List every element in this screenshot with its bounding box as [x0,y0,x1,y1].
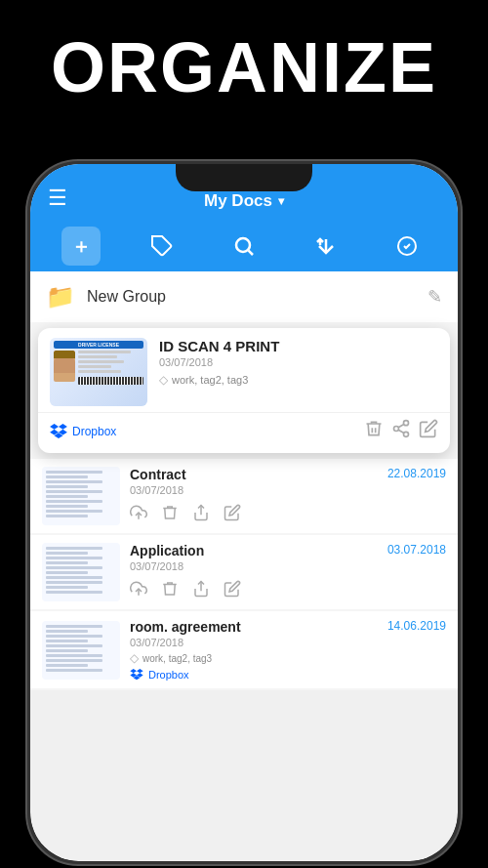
edit-group-icon[interactable]: ✎ [427,286,442,308]
upload-button-application[interactable] [130,580,147,601]
add-document-button[interactable]: ＋ [61,227,101,266]
delete-button-contract[interactable] [161,504,179,525]
tag-icon [150,234,174,258]
document-card-highlighted: DRIVER LICENSE [38,328,450,453]
folder-icon: 📁 [46,283,75,310]
dropbox-label-text: Dropbox [72,425,116,438]
svg-line-10 [398,424,404,427]
upload-button-contract[interactable] [130,504,147,525]
tag-small-icon: ◇ [159,373,168,387]
dropbox-label-room: Dropbox [130,669,446,681]
headline: ORGANIZE [0,27,488,107]
share-button-highlighted[interactable] [391,419,411,443]
pencil-icon [224,504,241,521]
content-area: 📁 New Group ✎ DRIVER LICENSE [30,271,458,690]
new-group-row[interactable]: 📁 New Group ✎ [30,271,458,322]
doc-card-main: DRIVER LICENSE [38,328,450,412]
doc-row-title-application: Application [130,543,204,558]
doc-row-actions-contract [130,504,446,525]
doc-info-highlighted: ID SCAN 4 PRINT 03/07/2018 ◇ work, tag2,… [159,338,438,387]
sort-icon [314,234,338,258]
dropbox-icon-room [130,669,143,681]
share-up-icon [192,580,210,598]
doc-row-header-contract: Contract 22.08.2019 [130,467,446,482]
share-up-icon [192,504,210,521]
doc-row-subdate-room-agreement: 03/07/2018 [130,637,446,648]
svg-line-2 [249,251,253,255]
doc-title-highlighted: ID SCAN 4 PRINT [159,338,438,354]
app-title-text: My Docs [204,191,272,211]
room-agreement-tags-text: work, tag2, tag3 [142,653,212,664]
doc-row-date-right-contract: 22.08.2019 [387,467,446,480]
search-icon [232,234,256,258]
trash-icon [161,504,179,521]
select-button[interactable] [387,227,427,266]
doc-thumbnail-id: DRIVER LICENSE [50,338,147,406]
doc-row-tags-room-agreement: ◇ work, tag2, tag3 [130,651,446,665]
phone-screen: ☰ My Docs ▾ ＋ [30,164,458,861]
doc-thumbnail-contract [42,467,120,525]
doc-tags-text: work, tag2, tag3 [172,374,248,386]
tag-filter-button[interactable] [142,227,182,266]
doc-row-actions-application [130,580,446,601]
doc-row-content-contract: Contract 22.08.2019 03/07/2018 [130,467,446,525]
doc-tags-highlighted: ◇ work, tag2, tag3 [159,373,438,387]
checkmark-circle-icon [395,234,419,258]
doc-row-title-contract: Contract [130,467,186,482]
delete-button-application[interactable] [161,580,179,601]
cloud-upload-icon [130,504,147,521]
toolbar: ＋ [30,221,458,271]
doc-date-highlighted: 03/07/2018 [159,356,438,368]
new-group-label: New Group [87,288,416,306]
side-button-left-top [27,291,29,326]
cloud-upload-icon [130,580,147,598]
doc-card-actions: Dropbox [38,412,450,453]
doc-row-header-room-agreement: room. agreement 14.06.2019 [130,619,446,635]
doc-row-title-room-agreement: room. agreement [130,619,241,635]
pencil-icon [224,580,241,598]
menu-button[interactable]: ☰ [48,186,67,211]
side-button-left-bottom [27,338,29,396]
trash-icon [161,580,179,598]
doc-row-subdate-contract: 03/07/2018 [130,484,446,496]
svg-point-1 [236,238,250,252]
doc-row-date-right-room-agreement: 14.06.2019 [387,619,446,633]
chevron-down-icon: ▾ [278,194,284,208]
edit-button-contract[interactable] [224,504,241,525]
svg-line-9 [398,430,404,433]
svg-point-7 [394,427,399,432]
search-button[interactable] [224,227,264,266]
dropbox-room-text: Dropbox [148,669,189,681]
dropbox-storage-label: Dropbox [50,424,356,439]
document-row-room-agreement: room. agreement 14.06.2019 03/07/2018 ◇ … [30,611,458,688]
doc-thumbnail-application [42,543,120,601]
doc-row-content-application: Application 03.07.2018 03/07/2018 [130,543,446,601]
edit-button-application[interactable] [224,580,241,601]
doc-row-date-right-application: 03.07.2018 [387,543,446,557]
dropbox-icon [50,424,67,439]
doc-row-content-room-agreement: room. agreement 14.06.2019 03/07/2018 ◇ … [130,619,446,681]
share-button-contract[interactable] [192,504,210,525]
share-button-application[interactable] [192,580,210,601]
svg-point-8 [404,432,409,436]
document-row-application: Application 03.07.2018 03/07/2018 [30,535,458,609]
svg-point-6 [404,421,409,426]
doc-row-subdate-application: 03/07/2018 [130,560,446,572]
side-button-right [459,315,461,384]
plus-icon: ＋ [71,233,91,260]
doc-thumbnail-room-agreement [42,621,120,680]
delete-button-highlighted[interactable] [364,419,384,443]
phone-frame: ☰ My Docs ▾ ＋ [27,161,461,864]
edit-button-highlighted[interactable] [419,419,438,443]
share-icon [391,419,411,438]
pencil-icon [419,419,438,438]
doc-row-header-application: Application 03.07.2018 [130,543,446,558]
sort-button[interactable] [306,227,346,266]
trash-icon [364,419,384,438]
notch [176,164,312,191]
app-title[interactable]: My Docs ▾ [204,191,284,211]
tag-small-icon-room: ◇ [130,651,139,665]
document-row-contract: Contract 22.08.2019 03/07/2018 [30,459,458,533]
